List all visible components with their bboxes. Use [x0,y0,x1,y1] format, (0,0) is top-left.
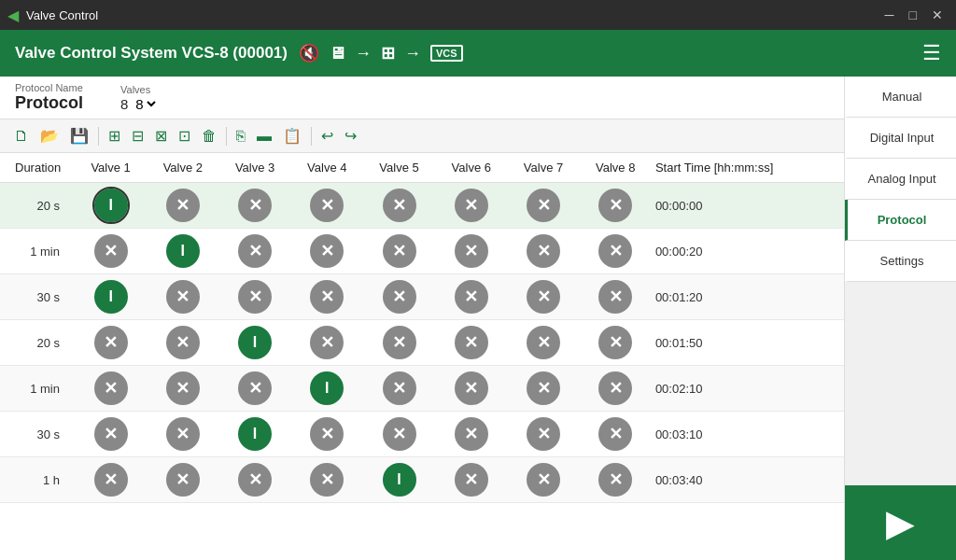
sidebar-item-protocol[interactable]: Protocol [845,200,956,241]
valve-button-row6-v6[interactable]: ✕ [455,417,488,451]
valve-button-row1-v7[interactable]: ✕ [527,189,560,222]
valve-cell-6: ✕ [435,229,507,274]
valve-button-row4-v8[interactable]: ✕ [598,326,632,359]
start-time-cell: 00:01:50 [652,320,844,366]
valve-button-row3-v2[interactable]: ✕ [166,280,200,314]
toolbar-btn-grid4[interactable]: ⊡ [174,123,195,148]
sidebar-item-digital-input[interactable]: Digital Input [845,118,956,159]
sidebar-item-analog-input[interactable]: Analog Input [845,159,956,200]
valve-button-row4-v5[interactable]: ✕ [383,326,416,359]
valve-button-row1-v6[interactable]: ✕ [455,189,488,222]
valves-group: Valves 8 8 [120,84,159,113]
valve-button-row1-v8[interactable]: ✕ [598,189,632,222]
valve-button-row7-v5[interactable]: I [383,463,416,497]
play-button[interactable]: ▶ [845,485,956,560]
restore-button[interactable]: □ [904,7,922,22]
valve-button-row7-v7[interactable]: ✕ [527,463,560,497]
valve-button-row3-v6[interactable]: ✕ [455,280,488,314]
valve-button-row3-v4[interactable]: ✕ [310,280,344,314]
valve-button-row3-v8[interactable]: ✕ [598,280,632,314]
table-row[interactable]: 1 min✕✕✕I✕✕✕✕00:02:10 [0,366,844,412]
valve-button-row3-v1[interactable]: I [94,280,128,314]
valve-button-row2-v3[interactable]: ✕ [238,234,272,268]
valve-button-row2-v2[interactable]: I [166,234,200,268]
open-file-button[interactable]: 📂 [35,123,63,148]
valve-button-row1-v5[interactable]: ✕ [383,189,416,222]
table-row[interactable]: 20 sI✕✕✕✕✕✕✕00:00:00 [0,183,844,229]
valve-button-row3-v7[interactable]: ✕ [527,280,560,314]
valve-cell-7: ✕ [507,274,579,320]
valve-button-row5-v6[interactable]: ✕ [455,371,488,405]
valve-button-row5-v4[interactable]: I [310,371,344,405]
mute-icon[interactable]: 🔇 [299,43,319,63]
valve-button-row5-v2[interactable]: ✕ [166,371,200,405]
valve-button-row4-v7[interactable]: ✕ [527,326,560,359]
minimize-button[interactable]: ─ [879,7,900,22]
valve-button-row7-v6[interactable]: ✕ [455,463,488,497]
valves-dropdown[interactable]: 8 [132,95,159,113]
valve-button-row2-v6[interactable]: ✕ [455,234,488,268]
valve-button-row7-v8[interactable]: ✕ [598,463,632,497]
table-row[interactable]: 20 s✕✕I✕✕✕✕✕00:01:50 [0,320,844,366]
valve-button-row6-v7[interactable]: ✕ [527,417,560,451]
valve-button-row7-v1[interactable]: ✕ [94,463,128,497]
valve-cell-5: ✕ [363,320,435,366]
valve-button-row2-v1[interactable]: ✕ [94,234,128,268]
valve-button-row6-v2[interactable]: ✕ [166,417,200,451]
sidebar-item-manual[interactable]: Manual [845,77,956,118]
valve-button-row6-v4[interactable]: ✕ [310,417,344,451]
undo-button[interactable]: ↩ [316,123,338,148]
redo-button[interactable]: ↪ [340,123,361,148]
toolbar-btn-grid3[interactable]: ⊠ [150,123,172,148]
protocol-name-bar: Protocol Name Protocol Valves 8 8 [0,77,844,119]
toolbar-btn-grid1[interactable]: ⊞ [104,123,125,148]
valve-button-row4-v2[interactable]: ✕ [166,326,200,359]
valve-button-row7-v3[interactable]: ✕ [238,463,272,497]
valve-button-row3-v5[interactable]: ✕ [383,280,416,314]
valve-button-row1-v3[interactable]: ✕ [238,189,272,222]
valve-button-row2-v8[interactable]: ✕ [598,234,632,268]
sidebar-item-settings[interactable]: Settings [845,241,956,282]
valve-button-row6-v8[interactable]: ✕ [598,417,632,451]
valve-cell-1: I [75,183,147,229]
valve-button-row6-v3[interactable]: I [238,417,272,451]
table-row[interactable]: 1 min✕I✕✕✕✕✕✕00:00:20 [0,229,844,274]
valve-button-row1-v1[interactable]: I [94,189,128,222]
grid-icon[interactable]: ⊞ [381,43,395,63]
valve-button-row4-v6[interactable]: ✕ [455,326,488,359]
valve-cell-3: ✕ [218,229,290,274]
valve-button-row3-v3[interactable]: ✕ [238,280,272,314]
monitor-icon[interactable]: 🖥 [329,44,345,63]
copy-button[interactable]: ⎘ [232,124,250,148]
valve-button-row5-v7[interactable]: ✕ [527,371,560,405]
valve-button-row4-v4[interactable]: ✕ [310,326,344,359]
col-valve4: Valve 4 [291,153,363,183]
table-row[interactable]: 1 h✕✕✕✕I✕✕✕00:03:40 [0,457,844,503]
table-row[interactable]: 30 s✕✕I✕✕✕✕✕00:03:10 [0,412,844,457]
new-file-button[interactable]: 🗋 [9,124,34,148]
valve-button-row6-v5[interactable]: ✕ [383,417,416,451]
delete-button[interactable]: 🗑 [197,124,221,148]
paste-button[interactable]: 📋 [278,123,306,148]
valve-button-row7-v4[interactable]: ✕ [310,463,344,497]
toolbar-btn-grid2[interactable]: ⊟ [127,123,148,148]
valve-button-row2-v4[interactable]: ✕ [310,234,344,268]
close-button[interactable]: ✕ [926,7,949,22]
table-row[interactable]: 30 sI✕✕✕✕✕✕✕00:01:20 [0,274,844,320]
valve-button-row2-v5[interactable]: ✕ [383,234,416,268]
valve-button-row4-v3[interactable]: I [238,326,272,359]
vcs-badge: VCS [430,45,463,62]
valve-button-row1-v4[interactable]: ✕ [310,189,344,222]
valve-button-row6-v1[interactable]: ✕ [94,417,128,451]
valve-button-row5-v8[interactable]: ✕ [598,371,632,405]
valve-button-row4-v1[interactable]: ✕ [94,326,128,359]
valve-button-row2-v7[interactable]: ✕ [527,234,560,268]
hamburger-menu-icon[interactable]: ☰ [922,41,941,65]
valve-button-row5-v1[interactable]: ✕ [94,371,128,405]
valve-button-row5-v3[interactable]: ✕ [238,371,272,405]
valve-button-row7-v2[interactable]: ✕ [166,463,200,497]
valve-button-row5-v5[interactable]: ✕ [383,371,416,405]
save-file-button[interactable]: 💾 [65,123,93,148]
toolbar-btn-line[interactable]: ▬ [252,124,276,148]
valve-button-row1-v2[interactable]: ✕ [166,189,200,222]
